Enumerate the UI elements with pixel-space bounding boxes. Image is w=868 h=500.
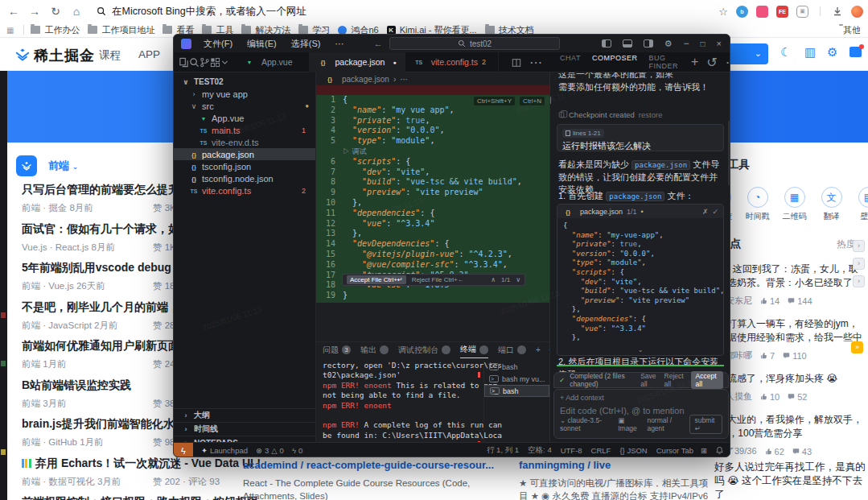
- file-tree-item[interactable]: package.json: [174, 148, 315, 160]
- menu-file[interactable]: 文件(F): [198, 38, 238, 50]
- sidebar-section[interactable]: 时间线: [174, 422, 316, 436]
- toggle-sidebar-icon[interactable]: [602, 39, 611, 48]
- chat-tab[interactable]: COMPOSER: [592, 54, 638, 70]
- address-bar[interactable]: 在Microsoft Bing中搜索，或者输入一个网址: [97, 5, 306, 19]
- next-diff-icon[interactable]: ∨: [516, 276, 520, 283]
- layout-grid-icon[interactable]: ▥: [804, 45, 816, 60]
- file-tree-item[interactable]: my vue app: [174, 88, 315, 100]
- save-all-link[interactable]: Save all: [640, 372, 659, 388]
- carousel-next-button[interactable]: ›: [853, 275, 865, 287]
- extension-icon-fe[interactable]: FE: [776, 6, 788, 18]
- bookmark-overflow[interactable]: 其他: [839, 24, 860, 36]
- carousel-next-button[interactable]: ›: [853, 240, 865, 252]
- file-tree-item[interactable]: TEST02: [174, 76, 315, 88]
- editor-tab[interactable]: App.vue: [236, 52, 310, 72]
- pin-likes[interactable]: 62: [765, 447, 784, 457]
- editor-tab[interactable]: package.json ●: [310, 52, 405, 72]
- juejin-logo-text[interactable]: 稀土掘金: [34, 46, 95, 65]
- source-control-icon[interactable]: [200, 55, 210, 69]
- terminal-session[interactable]: >_ bash: [484, 385, 549, 397]
- composer-input[interactable]: + Add context Edit code (Ctrl+I), @ to m…: [553, 389, 729, 439]
- repo-link[interactable]: academind / react-complete-guide-course-…: [243, 459, 510, 471]
- extensions-icon[interactable]: [210, 55, 220, 69]
- status-item[interactable]: CRLF: [591, 446, 611, 455]
- repo-link[interactable]: fanmingming / live: [519, 459, 710, 471]
- pin-item[interactable]: 没有大业的，看我操作，解放双手，6不6，100营危需分享 认同了39/36 62…: [708, 413, 866, 457]
- file-tree-item[interactable]: App.vue: [174, 112, 315, 124]
- settings-gear-icon[interactable]: ⚙: [827, 45, 837, 60]
- tool-item[interactable]: ▤ 壁纸: [854, 187, 868, 233]
- file-tree-item[interactable]: tsconfig.node.json: [174, 172, 315, 184]
- pin-replies[interactable]: 110: [783, 351, 807, 361]
- category-dropdown[interactable]: 前端 ⌄: [48, 159, 78, 173]
- status-item[interactable]: Cursor Tab: [656, 446, 693, 455]
- file-tree-item[interactable]: src ●: [174, 100, 315, 112]
- reject-block-icon[interactable]: ✗: [702, 208, 709, 216]
- explorer-icon[interactable]: [179, 55, 189, 69]
- maximize-button[interactable]: □: [701, 39, 706, 48]
- image-button[interactable]: ▣ Image: [618, 416, 640, 432]
- command-search-box[interactable]: test02: [389, 37, 560, 50]
- remote-indicator[interactable]: ϟ: [174, 443, 193, 458]
- menu-more[interactable]: ⋯: [329, 39, 349, 49]
- nav-course[interactable]: 课程: [99, 48, 121, 63]
- search-icon[interactable]: [189, 55, 200, 69]
- launchpad-item[interactable]: ✦ Launchpad: [201, 446, 248, 455]
- juejin-feed-icon[interactable]: [16, 155, 37, 176]
- pin-replies[interactable]: 144: [788, 296, 812, 306]
- home-icon[interactable]: ⌂: [66, 5, 87, 18]
- chat-more-icon[interactable]: ⋯: [726, 55, 730, 70]
- prev-diff-icon[interactable]: ∧: [491, 276, 496, 283]
- toggle-secondary-sidebar-icon[interactable]: [644, 39, 653, 48]
- code-selection-chip[interactable]: lines 1-21: [562, 129, 604, 138]
- menu-select[interactable]: 选择(S): [286, 38, 327, 50]
- dark-mode-moon-icon[interactable]: ☾: [780, 45, 791, 60]
- chevron-down-icon[interactable]: [220, 55, 229, 69]
- editor-tab[interactable]: vite.config.ts 2: [405, 52, 499, 72]
- reject-all-link[interactable]: Reject all: [664, 372, 686, 388]
- file-tree-item[interactable]: vite-env.d.ts: [174, 136, 315, 148]
- status-item[interactable]: {} JSON: [619, 446, 647, 455]
- panel-tab[interactable]: 终端: [460, 342, 488, 358]
- carousel-next-button[interactable]: ›: [853, 258, 865, 270]
- tool-item[interactable]: ▦ 二维码: [780, 187, 808, 233]
- layout-grid-icon[interactable]: ⊞: [701, 446, 707, 455]
- submit-button[interactable]: submit ↵: [689, 415, 722, 434]
- restore-link[interactable]: restore: [639, 110, 663, 119]
- split-editor-icon[interactable]: [512, 55, 521, 69]
- add-context-button[interactable]: + Add context: [560, 394, 722, 402]
- panel-tab[interactable]: 端口: [498, 345, 526, 356]
- new-chat-icon[interactable]: +: [691, 55, 698, 69]
- tool-item[interactable]: ◔ 时间戳: [743, 187, 771, 233]
- new-terminal-icon[interactable]: +: [536, 345, 541, 354]
- bookmark-item[interactable]: 工作办公: [31, 24, 80, 36]
- pin-replies[interactable]: 43: [792, 447, 812, 457]
- editor-more-icon[interactable]: ⋯: [529, 55, 542, 70]
- file-tree-item[interactable]: vite.config.ts 2: [174, 184, 315, 196]
- status-item[interactable]: 行 1, 列 1: [487, 445, 519, 456]
- bookmark-item[interactable]: 工作项目地址: [88, 24, 154, 36]
- accept-all-button[interactable]: Accept all: [691, 371, 723, 389]
- promo-mini-button[interactable]: »: [851, 341, 863, 353]
- toggle-panel-icon[interactable]: [623, 39, 632, 48]
- mode-toggle[interactable]: normal / agent: [647, 416, 683, 432]
- pin-likes[interactable]: 14: [760, 296, 780, 306]
- terminal-session[interactable]: >_ bash my vu...: [484, 373, 549, 385]
- nav-app[interactable]: APP: [138, 48, 160, 60]
- back-icon[interactable]: ←: [3, 5, 24, 18]
- bell-icon[interactable]: [715, 446, 724, 456]
- pin-replies[interactable]: 52: [788, 392, 807, 402]
- settings-gear-icon[interactable]: ⚙: [664, 39, 673, 49]
- accept-file-button[interactable]: Accept File Ctrl+↵: [347, 275, 406, 284]
- status-item[interactable]: UTF-8: [561, 446, 582, 455]
- apps-grid-icon[interactable]: ▦: [6, 26, 14, 35]
- refresh-icon[interactable]: ↻: [45, 5, 66, 18]
- bookmark-star-icon[interactable]: ☆: [718, 6, 728, 18]
- forward-icon[interactable]: →: [24, 5, 45, 18]
- chat-tab[interactable]: CHAT: [560, 54, 581, 70]
- extension-icon-pink[interactable]: [756, 6, 768, 18]
- model-selector[interactable]: ⌄ claude-3.5-sonnet: [560, 416, 611, 432]
- extension-icon-blue[interactable]: b: [736, 6, 748, 18]
- juejin-logo-icon[interactable]: [14, 48, 31, 61]
- bottom-post[interactable]: 好多人说过完年再找工作，是真的吗 😭 这个工作实在是坚持不下去了 我也想人生是旷…: [714, 461, 866, 500]
